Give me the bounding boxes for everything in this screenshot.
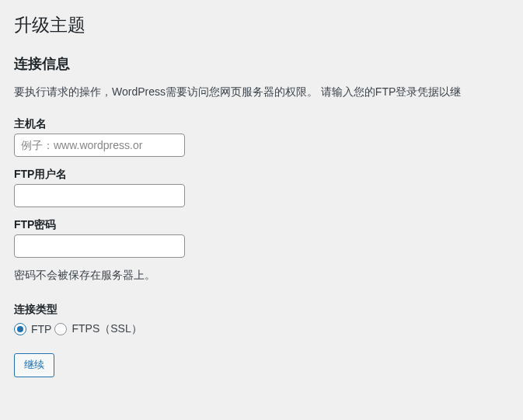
section-heading: 连接信息 — [14, 54, 509, 73]
ftp-password-label: FTP密码 — [14, 218, 509, 232]
connection-type-label: 连接类型 — [14, 303, 509, 317]
hostname-label: 主机名 — [14, 117, 509, 131]
page-title: 升级主题 — [14, 14, 509, 37]
section-description: 要执行请求的操作，WordPress需要访问您网页服务器的权限。 请输入您的FT… — [14, 84, 509, 100]
hostname-input[interactable] — [14, 134, 185, 157]
ftp-password-input[interactable] — [14, 234, 185, 258]
submit-button[interactable]: 继续 — [14, 353, 54, 377]
ftp-username-label: FTP用户名 — [14, 168, 509, 182]
connection-type-ftp-radio[interactable] — [14, 323, 26, 335]
connection-type-ftps-radio[interactable] — [54, 323, 67, 335]
password-help-text: 密码不会被保存在服务器上。 — [14, 269, 509, 283]
ftp-username-input[interactable] — [14, 184, 185, 207]
connection-type-ftps-label[interactable]: FTPS（SSL） — [71, 322, 141, 336]
connection-type-ftp-label[interactable]: FTP — [31, 323, 51, 335]
